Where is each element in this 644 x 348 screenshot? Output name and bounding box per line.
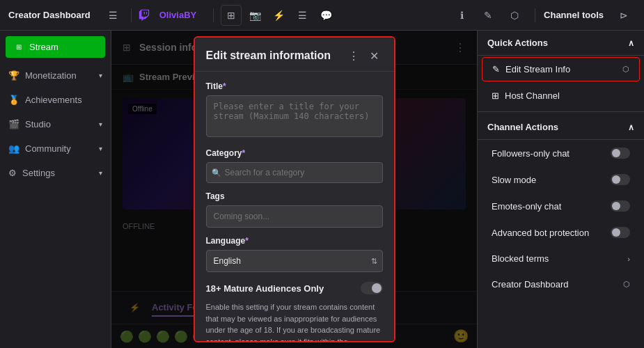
studio-chevron-icon: ▾ xyxy=(99,120,102,128)
edit-stream-modal: Edit stream information ⋮ ✕ Title* Categ… xyxy=(194,36,395,342)
nav-divider2 xyxy=(213,8,214,22)
chat-icon[interactable]: 💬 xyxy=(315,5,336,26)
info-icon[interactable]: ℹ xyxy=(451,5,472,26)
category-search-input[interactable] xyxy=(206,162,383,183)
exit-icon[interactable]: ⬡ xyxy=(504,5,525,26)
main-layout: ⊞ Stream 🏆 Monetization ▾ 🏅 Achievements… xyxy=(0,31,644,348)
sidebar-divider xyxy=(478,111,644,112)
creator-dashboard-item[interactable]: Creator Dashboard ⬡ xyxy=(482,273,640,296)
sidebar-community-label: Community xyxy=(25,143,71,154)
edit-stream-info-button[interactable]: ✎ Edit Stream Info ⬡ xyxy=(482,57,640,81)
advanced-bot-label: Advanced bot protection xyxy=(492,228,589,238)
modal-close-button[interactable]: ✕ xyxy=(366,47,383,64)
camera-icon[interactable]: 📷 xyxy=(244,5,265,26)
sidebar-studio-label: Studio xyxy=(25,119,51,129)
top-nav: Creator Dashboard ☰ OliviaBY ⊞ 📷 ⚡ ☰ 💬 ℹ… xyxy=(0,0,644,31)
nav-divider xyxy=(131,8,132,22)
title-field-label: Title* xyxy=(206,81,383,91)
category-field-label: Category* xyxy=(206,148,383,158)
blocked-terms-label: Blocked terms xyxy=(492,253,549,264)
monetization-icon: 🏆 xyxy=(8,70,19,81)
settings-chevron-icon: ▾ xyxy=(99,169,102,177)
mature-label: 18+ Mature Audiences Only xyxy=(206,283,361,294)
blocked-terms-chevron-icon: › xyxy=(627,255,630,263)
host-channel-label: Host Channel xyxy=(505,90,560,101)
center-panel: ⊞ Session info OFFLINE Session - Viewers… xyxy=(111,31,477,348)
modal-header: Edit stream information ⋮ ✕ xyxy=(195,38,394,72)
modal-body: Title* Category* 🔍 Tags xyxy=(195,72,394,342)
advanced-bot-toggle[interactable] xyxy=(611,227,630,238)
slow-mode-item[interactable]: Slow mode xyxy=(482,168,640,191)
edit-stream-info-label: Edit Stream Info xyxy=(505,64,570,74)
broadcast-icon[interactable]: ⊞ xyxy=(221,5,242,26)
tags-field-label: Tags xyxy=(206,191,383,201)
advanced-bot-protection-item[interactable]: Advanced bot protection xyxy=(482,221,640,244)
sidebar-achievements-label: Achievements xyxy=(25,95,82,105)
quick-actions-chevron-icon[interactable]: ∧ xyxy=(628,38,634,48)
sidebar-stream-label: Stream xyxy=(29,42,58,52)
brand-label: Creator Dashboard xyxy=(8,10,91,20)
emotes-only-item[interactable]: Emotes-only chat xyxy=(482,194,640,218)
creator-dashboard-label: Creator Dashboard xyxy=(492,279,569,290)
sidebar-item-stream[interactable]: ⊞ Stream xyxy=(6,36,105,58)
host-icon: ⊞ xyxy=(492,90,499,101)
twitch-logo xyxy=(137,8,151,22)
mature-description: Enable this setting if your stream conta… xyxy=(206,301,383,342)
followers-only-label: Followers-only chat xyxy=(492,148,570,159)
slow-mode-label: Slow mode xyxy=(492,175,536,185)
quick-actions-header: Quick Actions ∧ xyxy=(478,31,644,56)
monetization-chevron-icon: ▾ xyxy=(99,72,102,79)
settings-icon: ⚙ xyxy=(8,168,17,178)
creator-dashboard-icon: ⬡ xyxy=(623,280,630,289)
edit-stream-external-icon: ⬡ xyxy=(622,65,629,74)
sidebar-monetization-label: Monetization xyxy=(25,70,77,81)
top-nav-right: ℹ ✎ ⬡ Channel tools ⊳ xyxy=(450,5,636,26)
modal-title: Edit stream information xyxy=(206,49,348,62)
mature-toggle-row: 18+ Mature Audiences Only xyxy=(206,282,383,294)
achievements-icon: 🏅 xyxy=(8,95,19,105)
emotes-only-toggle[interactable] xyxy=(611,200,630,212)
sidebar-item-monetization[interactable]: 🏆 Monetization ▾ xyxy=(0,63,111,88)
channel-tools-label: Channel tools xyxy=(544,10,604,20)
channel-actions-chevron-icon[interactable]: ∧ xyxy=(628,122,634,132)
language-select-wrap: English Spanish French German ⇅ xyxy=(206,250,383,272)
sidebar-item-settings[interactable]: ⚙ Settings ▾ xyxy=(0,161,111,185)
mature-toggle[interactable] xyxy=(361,282,383,294)
category-search-wrap: 🔍 xyxy=(206,162,383,183)
language-field-label: Language* xyxy=(206,236,383,246)
followers-only-chat-item[interactable]: Followers-only chat xyxy=(482,141,640,165)
lightning-icon[interactable]: ⚡ xyxy=(268,5,289,26)
emotes-only-label: Emotes-only chat xyxy=(492,201,561,212)
sidebar-toggle-icon[interactable]: ⊳ xyxy=(613,5,634,26)
sidebar-item-achievements[interactable]: 🏅 Achievements xyxy=(0,88,111,112)
slow-mode-toggle[interactable] xyxy=(611,174,630,185)
language-select[interactable]: English Spanish French German xyxy=(206,250,383,272)
right-sidebar: Quick Actions ∧ ✎ Edit Stream Info ⬡ ⊞ H… xyxy=(477,31,644,348)
sidebar-item-community[interactable]: 👥 Community ▾ xyxy=(0,136,111,161)
edit-icon[interactable]: ✎ xyxy=(478,5,498,26)
stream-title-input[interactable] xyxy=(206,95,383,137)
channel-actions-title: Channel Actions xyxy=(487,122,558,132)
sidebar-item-studio[interactable]: 🎬 Studio ▾ xyxy=(0,112,111,136)
community-chevron-icon: ▾ xyxy=(99,145,102,152)
stream-live-icon: ⊞ xyxy=(14,42,24,52)
modal-overlay: Edit stream information ⋮ ✕ Title* Categ… xyxy=(111,31,477,348)
quick-actions-title: Quick Actions xyxy=(487,38,548,48)
followers-only-toggle[interactable] xyxy=(611,148,630,159)
blocked-terms-item[interactable]: Blocked terms › xyxy=(482,247,640,270)
list-icon[interactable]: ☰ xyxy=(292,5,313,26)
username-label: OliviaBY xyxy=(159,10,196,20)
sidebar-settings-label: Settings xyxy=(22,168,55,178)
edit-stream-info-icon: ✎ xyxy=(492,64,500,74)
host-channel-button[interactable]: ⊞ Host Channel xyxy=(482,84,640,107)
studio-icon: 🎬 xyxy=(8,119,19,129)
channel-actions-header: Channel Actions ∧ xyxy=(478,115,644,140)
search-icon: 🔍 xyxy=(212,168,221,177)
left-sidebar: ⊞ Stream 🏆 Monetization ▾ 🏅 Achievements… xyxy=(0,31,111,348)
modal-more-icon[interactable]: ⋮ xyxy=(348,49,359,63)
nav-divider3 xyxy=(535,8,535,22)
menu-icon[interactable]: ☰ xyxy=(103,5,124,26)
tags-input[interactable] xyxy=(206,205,383,228)
community-icon: 👥 xyxy=(8,143,19,154)
